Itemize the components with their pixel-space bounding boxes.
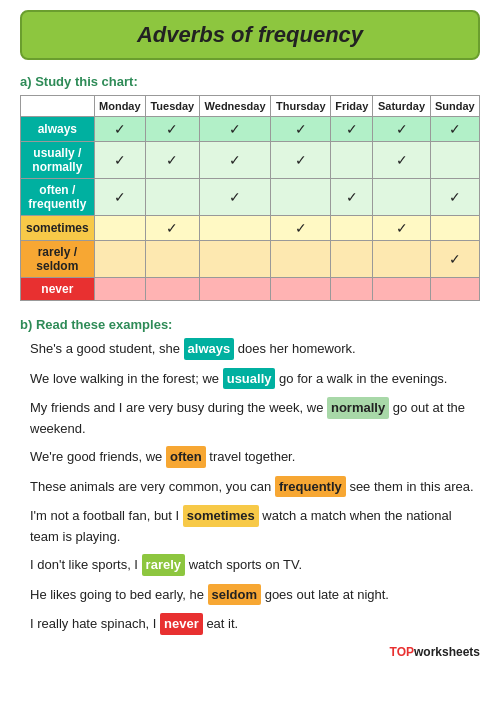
example-line: We're good friends, we often travel toge… [20,446,480,468]
table-cell: ✓ [271,117,331,142]
table-cell [271,241,331,278]
table-cell: ✓ [430,117,479,142]
table-cell [94,241,145,278]
footer-top: TOP [390,645,414,659]
table-cell: ✓ [373,216,430,241]
table-header-day: Tuesday [145,96,199,117]
table-cell: ✓ [430,179,479,216]
example-line: My friends and I are very busy during th… [20,397,480,438]
row-label: rarely / seldom [21,241,95,278]
check-icon: ✓ [229,152,241,168]
section-a-label: a) Study this chart: [20,74,480,89]
footer: TOPworksheets [20,645,480,659]
examples-section: She's a good student, she always does he… [20,338,480,635]
table-cell [331,278,373,301]
frequency-table: MondayTuesdayWednesdayThursdayFridaySatu… [20,95,480,301]
title-box: Adverbs of frequency [20,10,480,60]
table-row: never [21,278,480,301]
check-icon: ✓ [295,121,307,137]
table-header-empty [21,96,95,117]
check-icon: ✓ [396,220,408,236]
table-cell: ✓ [94,117,145,142]
check-icon: ✓ [449,189,461,205]
highlighted-word: seldom [208,584,262,606]
table-header-day: Monday [94,96,145,117]
table-cell: ✓ [373,142,430,179]
table-cell [331,142,373,179]
example-line: She's a good student, she always does he… [20,338,480,360]
table-cell [430,216,479,241]
check-icon: ✓ [114,152,126,168]
table-row: often / frequently✓✓✓✓ [21,179,480,216]
table-header-day: Friday [331,96,373,117]
highlighted-word: sometimes [183,505,259,527]
check-icon: ✓ [166,121,178,137]
highlighted-word: frequently [275,476,346,498]
table-cell [373,241,430,278]
highlighted-word: normally [327,397,389,419]
highlighted-word: usually [223,368,276,390]
check-icon: ✓ [346,121,358,137]
table-cell [373,278,430,301]
check-icon: ✓ [449,121,461,137]
highlighted-word: rarely [142,554,185,576]
table-cell [430,278,479,301]
table-cell [94,278,145,301]
check-icon: ✓ [295,152,307,168]
table-row: always✓✓✓✓✓✓✓ [21,117,480,142]
table-header-day: Thursday [271,96,331,117]
check-icon: ✓ [396,121,408,137]
table-cell [199,278,271,301]
table-cell [271,278,331,301]
table-cell [271,179,331,216]
example-line: I really hate spinach, I never eat it. [20,613,480,635]
table-cell: ✓ [94,142,145,179]
table-cell: ✓ [145,142,199,179]
table-cell: ✓ [145,216,199,241]
table-cell: ✓ [271,216,331,241]
table-cell: ✓ [145,117,199,142]
example-line: We love walking in the forest; we usuall… [20,368,480,390]
table-cell: ✓ [199,117,271,142]
table-row: rarely / seldom✓ [21,241,480,278]
table-header-day: Saturday [373,96,430,117]
row-label: never [21,278,95,301]
table-cell [331,241,373,278]
table-cell: ✓ [199,179,271,216]
table-cell [430,142,479,179]
table-cell: ✓ [373,117,430,142]
table-cell: ✓ [199,142,271,179]
check-icon: ✓ [229,121,241,137]
check-icon: ✓ [114,121,126,137]
table-cell [94,216,145,241]
table-cell: ✓ [331,179,373,216]
table-cell: ✓ [94,179,145,216]
table-cell [199,241,271,278]
check-icon: ✓ [449,251,461,267]
check-icon: ✓ [114,189,126,205]
example-line: I don't like sports, I rarely watch spor… [20,554,480,576]
row-label: always [21,117,95,142]
table-cell [331,216,373,241]
check-icon: ✓ [229,189,241,205]
example-line: These animals are very common, you can f… [20,476,480,498]
table-cell: ✓ [331,117,373,142]
page-title: Adverbs of frequency [22,22,478,48]
table-cell [145,241,199,278]
table-header-day: Wednesday [199,96,271,117]
check-icon: ✓ [346,189,358,205]
table-header-day: Sunday [430,96,479,117]
row-label: sometimes [21,216,95,241]
check-icon: ✓ [295,220,307,236]
row-label: often / frequently [21,179,95,216]
table-cell [145,179,199,216]
check-icon: ✓ [396,152,408,168]
check-icon: ✓ [166,220,178,236]
table-cell [145,278,199,301]
check-icon: ✓ [166,152,178,168]
table-row: sometimes✓✓✓ [21,216,480,241]
table-row: usually / normally✓✓✓✓✓ [21,142,480,179]
section-b-label: b) Read these examples: [20,317,480,332]
highlighted-word: often [166,446,206,468]
highlighted-word: always [184,338,235,360]
